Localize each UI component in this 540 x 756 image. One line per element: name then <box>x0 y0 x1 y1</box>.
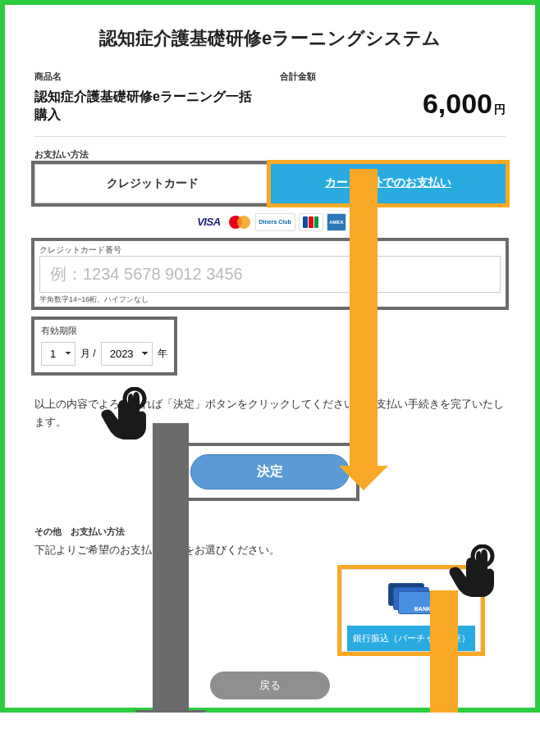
card-number-block: クレジットカード番号 半角数字14~16桁、ハイフンなし <box>34 241 506 307</box>
back-button[interactable]: 戻る <box>210 672 330 699</box>
submit-button[interactable]: 決定 <box>190 454 350 490</box>
visa-icon: VISA <box>194 213 223 231</box>
product-label: 商品名 <box>34 71 260 83</box>
expiry-block: 有効期限 1 月 / 2023 年 <box>34 320 174 372</box>
tab-other-payment[interactable]: カード以外でのお支払い <box>271 164 506 203</box>
card-number-input[interactable] <box>39 256 501 293</box>
mastercard-icon <box>227 213 252 231</box>
card-number-label: クレジットカード番号 <box>39 244 501 256</box>
tab-credit-card[interactable]: クレジットカード <box>34 164 271 203</box>
total-unit: 円 <box>494 102 506 116</box>
total-amount: 6,000 <box>423 88 492 120</box>
card-brand-row: VISA Diners Club AMEX <box>34 213 506 231</box>
payment-method-label: お支払い方法 <box>34 148 506 161</box>
expiry-month-unit: 月 / <box>80 347 96 361</box>
annotation-arrow-orange <box>350 169 378 490</box>
page-title: 認知症介護基礎研修eラーニングシステム <box>34 26 506 51</box>
expiry-month-select[interactable]: 1 <box>41 342 76 366</box>
expiry-label: 有効期限 <box>41 325 167 337</box>
touch-pointer-icon <box>443 544 501 610</box>
expiry-year-unit: 年 <box>158 347 167 361</box>
amex-icon: AMEX <box>327 213 346 231</box>
other-desc: 下記よりご希望のお支払い方法をお選びください。 <box>34 543 506 558</box>
touch-pointer-icon <box>95 387 153 453</box>
expiry-year-select[interactable]: 2023 <box>101 342 153 366</box>
submit-highlight: 決定 <box>184 446 356 498</box>
total-label: 合計金額 <box>280 71 506 83</box>
jcb-icon <box>299 213 323 231</box>
payment-tabs: クレジットカード カード以外でのお支払い <box>34 164 506 203</box>
card-number-hint: 半角数字14~16桁、ハイフンなし <box>39 294 501 305</box>
annotation-arrow-gray <box>153 423 189 713</box>
other-heading: その他 お支払い方法 <box>34 526 506 538</box>
diners-icon: Diners Club <box>255 213 295 231</box>
product-name: 認知症介護基礎研修eラーニング一括購入 <box>34 88 260 125</box>
